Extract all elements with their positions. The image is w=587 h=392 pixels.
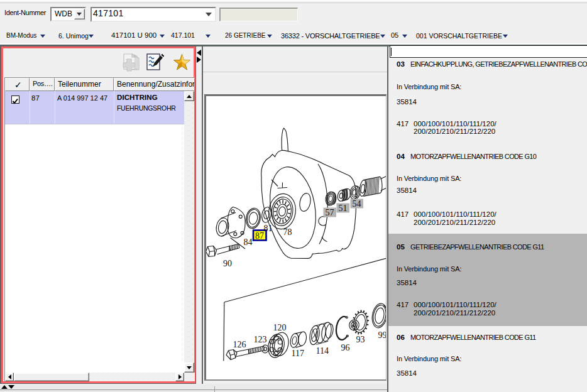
svg-text:114: 114 bbox=[316, 346, 329, 356]
svg-text:93: 93 bbox=[356, 335, 365, 344]
svg-text:90: 90 bbox=[223, 259, 232, 268]
svg-text:126: 126 bbox=[233, 340, 246, 349]
svg-text:54: 54 bbox=[353, 199, 361, 209]
svg-text:120: 120 bbox=[273, 323, 287, 332]
svg-text:81: 81 bbox=[264, 224, 273, 233]
svg-text:96: 96 bbox=[341, 343, 350, 352]
svg-text:123: 123 bbox=[254, 335, 267, 344]
svg-text:84: 84 bbox=[244, 237, 253, 247]
svg-text:99: 99 bbox=[378, 330, 387, 340]
svg-text:57: 57 bbox=[326, 208, 334, 217]
svg-text:78: 78 bbox=[283, 227, 292, 237]
svg-text:51: 51 bbox=[339, 204, 348, 213]
svg-text:87: 87 bbox=[255, 231, 264, 241]
svg-text:117: 117 bbox=[292, 349, 304, 358]
